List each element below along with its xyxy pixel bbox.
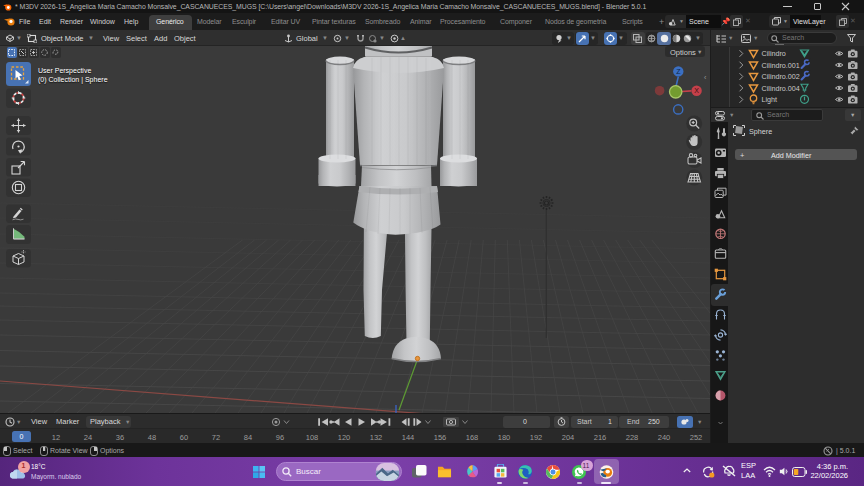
svg-text:Light: Light	[762, 95, 778, 104]
svg-text:Z: Z	[676, 68, 681, 75]
svg-text:Cilindro.004: Cilindro.004	[762, 84, 800, 93]
svg-text:Cilindro: Cilindro	[762, 49, 786, 58]
svg-text:X: X	[694, 87, 699, 94]
svg-text:Cilindro.002: Cilindro.002	[762, 72, 800, 81]
svg-text:Cilindro.001: Cilindro.001	[762, 61, 800, 70]
